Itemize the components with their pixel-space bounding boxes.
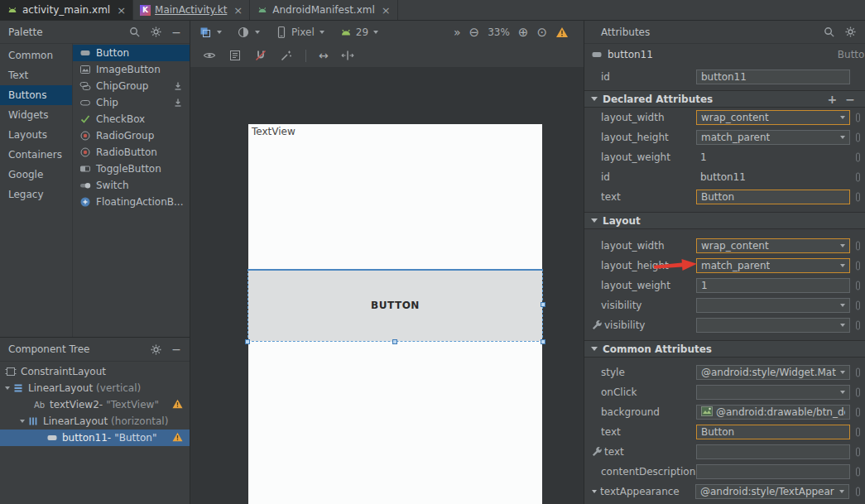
- favorite-flag-icon[interactable]: [856, 193, 860, 202]
- palette-item-chipgroup[interactable]: ChipGroup: [73, 78, 190, 94]
- palette-item-togglebutton[interactable]: ToggleButton: [73, 161, 190, 177]
- zoom-out-button[interactable]: ⊖: [469, 26, 480, 39]
- contentdescription-input[interactable]: [696, 464, 850, 479]
- autoconnect-icon[interactable]: [254, 49, 267, 62]
- warning-icon[interactable]: [172, 399, 183, 409]
- id-input[interactable]: button11: [696, 70, 850, 84]
- device-selector[interactable]: Pixel: [275, 26, 324, 39]
- favorite-flag-icon[interactable]: [856, 368, 860, 377]
- tree-item-linearlayout-horizontal[interactable]: LinearLayout (horizontal): [0, 413, 190, 430]
- design-surface-selector[interactable]: [199, 26, 222, 39]
- favorite-flag-icon[interactable]: [856, 133, 860, 142]
- layout-height-combo[interactable]: match_parent: [696, 258, 850, 273]
- minimize-icon[interactable]: −: [171, 26, 181, 38]
- blueprint-icon[interactable]: [228, 49, 242, 62]
- favorite-flag-icon[interactable]: [856, 448, 860, 457]
- palette-item-checkbox[interactable]: CheckBox: [73, 111, 190, 127]
- default-margins-icon[interactable]: [341, 49, 354, 62]
- favorite-flag-icon[interactable]: [856, 113, 860, 122]
- palette-category-widgets[interactable]: Widgets: [0, 105, 72, 125]
- add-attribute-button[interactable]: +: [828, 94, 838, 105]
- design-canvas[interactable]: TextView BUTTON: [190, 67, 584, 504]
- favorite-flag-icon[interactable]: [856, 468, 860, 477]
- collapse-arrow-icon[interactable]: [5, 386, 10, 390]
- close-icon[interactable]: ×: [117, 5, 126, 16]
- close-icon[interactable]: ×: [382, 5, 391, 16]
- tools-text-input[interactable]: [696, 444, 850, 459]
- layout-width-combo[interactable]: wrap_content: [696, 238, 850, 253]
- remove-attribute-button[interactable]: −: [845, 94, 855, 105]
- favorite-flag-icon[interactable]: [856, 408, 860, 417]
- palette-category-containers[interactable]: Containers: [0, 145, 72, 165]
- favorite-flag-icon[interactable]: [856, 428, 860, 437]
- collapse-arrow-icon[interactable]: [20, 420, 25, 423]
- tree-item-button11[interactable]: button11- "Button": [0, 430, 190, 446]
- tree-item-textview2[interactable]: Ab textView2- "TextView": [0, 396, 190, 413]
- warning-icon[interactable]: [555, 26, 569, 38]
- tab-mainactivity-kt[interactable]: K MainActivity.kt ×: [133, 0, 250, 20]
- style-combo[interactable]: @android:style/Widget.Mat: [696, 365, 850, 380]
- favorite-flag-icon[interactable]: [856, 487, 860, 497]
- canvas-button-widget[interactable]: BUTTON: [248, 270, 542, 341]
- clear-constraints-icon[interactable]: ↔: [319, 50, 329, 61]
- palette-category-common[interactable]: Common: [0, 46, 72, 65]
- palette-item-chip[interactable]: Chip: [73, 94, 190, 111]
- text-input[interactable]: Button: [696, 190, 850, 204]
- background-input[interactable]: @android:drawable/btn_defau: [696, 405, 850, 420]
- layout-width-combo[interactable]: wrap_content: [696, 110, 850, 125]
- download-icon[interactable]: [172, 97, 184, 108]
- tools-visibility-combo[interactable]: [696, 318, 850, 333]
- device-screen[interactable]: TextView BUTTON: [248, 124, 542, 504]
- favorite-flag-icon[interactable]: [856, 173, 860, 182]
- section-layout[interactable]: Layout: [584, 212, 865, 229]
- download-icon[interactable]: [172, 80, 184, 92]
- download-icon[interactable]: [188, 196, 190, 208]
- toolbar-overflow-chevrons[interactable]: »: [454, 26, 461, 38]
- palette-category-layouts[interactable]: Layouts: [0, 125, 72, 145]
- favorite-flag-icon[interactable]: [856, 262, 860, 271]
- favorite-flag-icon[interactable]: [856, 301, 860, 310]
- palette-item-radiogroup[interactable]: RadioGroup: [73, 127, 190, 144]
- gear-icon[interactable]: [150, 26, 162, 38]
- favorite-flag-icon[interactable]: [856, 321, 860, 330]
- palette-item-radiobutton[interactable]: RadioButton: [73, 144, 190, 161]
- id-value[interactable]: button11: [700, 171, 746, 183]
- gear-icon[interactable]: [844, 26, 857, 38]
- favorite-flag-icon[interactable]: [856, 388, 860, 397]
- tab-androidmanifest-xml[interactable]: AndroidManifest.xml ×: [250, 0, 397, 20]
- onclick-combo[interactable]: [696, 385, 850, 400]
- zoom-to-fit-button[interactable]: ⊙: [536, 26, 547, 39]
- tab-activity-main-xml[interactable]: activity_main.xml ×: [0, 0, 133, 20]
- tree-item-linearlayout-vertical[interactable]: LinearLayout (vertical): [0, 380, 190, 396]
- api-level-selector[interactable]: 29: [339, 26, 378, 39]
- section-declared-attributes[interactable]: Declared Attributes + −: [584, 90, 865, 108]
- layout-weight-value[interactable]: 1: [700, 151, 707, 163]
- zoom-in-button[interactable]: ⊕: [518, 26, 529, 39]
- text-input[interactable]: Button: [696, 425, 850, 439]
- canvas-textview-widget[interactable]: TextView: [252, 126, 296, 137]
- palette-category-google[interactable]: Google: [0, 165, 72, 185]
- layout-weight-input[interactable]: 1: [696, 278, 850, 293]
- minimize-icon[interactable]: −: [171, 343, 181, 355]
- palette-category-buttons[interactable]: Buttons: [0, 85, 72, 105]
- warning-icon[interactable]: [172, 432, 183, 442]
- gear-icon[interactable]: [150, 343, 162, 356]
- palette-item-switch[interactable]: Switch: [73, 177, 190, 194]
- palette-item-button[interactable]: Button: [73, 45, 190, 61]
- view-options-icon[interactable]: [203, 49, 216, 62]
- section-common-attributes[interactable]: Common Attributes: [584, 340, 865, 358]
- collapse-arrow-icon[interactable]: [592, 490, 597, 493]
- favorite-flag-icon[interactable]: [856, 153, 860, 162]
- palette-item-floatingactionbutton[interactable]: FloatingActionB...: [73, 194, 190, 210]
- theme-selector[interactable]: [237, 26, 260, 39]
- close-icon[interactable]: ×: [233, 5, 243, 16]
- favorite-flag-icon[interactable]: [856, 242, 860, 251]
- search-icon[interactable]: [128, 26, 141, 38]
- palette-category-legacy[interactable]: Legacy: [0, 185, 72, 204]
- search-icon[interactable]: [823, 26, 835, 38]
- visibility-combo[interactable]: [696, 298, 850, 313]
- infer-constraints-icon[interactable]: [280, 49, 293, 62]
- textappearance-combo[interactable]: @android:style/TextAppear: [695, 484, 849, 499]
- palette-item-imagebutton[interactable]: ImageButton: [73, 61, 190, 78]
- layout-height-combo[interactable]: match_parent: [696, 130, 850, 145]
